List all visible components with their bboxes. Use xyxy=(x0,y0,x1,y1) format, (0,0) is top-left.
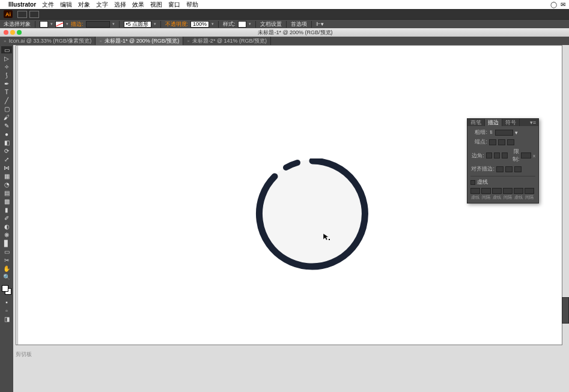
gradient-tool[interactable]: ▮ xyxy=(1,206,12,213)
weight-label: 粗细: xyxy=(470,128,487,136)
weight-dropdown-icon[interactable]: ▾ xyxy=(515,130,518,136)
menu-type[interactable]: 文字 xyxy=(96,1,108,9)
line-tool[interactable]: ╱ xyxy=(1,97,12,104)
dash-checkbox[interactable] xyxy=(470,180,475,185)
selection-status: 未选择对象 xyxy=(4,20,31,28)
menu-app[interactable]: Illustrator xyxy=(8,1,36,8)
free-transform-tool[interactable]: ▦ xyxy=(1,172,12,179)
perspective-tool[interactable]: ▤ xyxy=(1,189,12,196)
limit-input[interactable] xyxy=(521,152,531,158)
align-inside-button[interactable] xyxy=(505,166,513,172)
collapsed-panel-dock[interactable] xyxy=(562,297,569,324)
bridge-button[interactable] xyxy=(17,11,27,18)
panel-menu-icon[interactable]: ▾≡ xyxy=(528,119,538,126)
panel-tab-stroke[interactable]: 描边 xyxy=(485,119,502,126)
dash-1-input[interactable] xyxy=(470,188,480,194)
eraser-tool[interactable]: ◧ xyxy=(1,139,12,146)
panel-tab-brush[interactable]: 画笔 xyxy=(467,119,485,126)
change-screen-icon[interactable]: ◨ xyxy=(1,315,12,322)
brush-field[interactable]: • 5 点圆形 xyxy=(124,21,151,28)
cap-butt-button[interactable] xyxy=(489,139,496,145)
cap-square-button[interactable] xyxy=(507,139,514,145)
app-bar: Ai xyxy=(0,9,569,19)
tab-icon-ai[interactable]: ×Icon.ai @ 33.33% (RGB/像素预览) xyxy=(0,37,96,45)
blend-tool[interactable]: ◐ xyxy=(1,223,12,230)
style-swatch[interactable] xyxy=(238,21,246,28)
tab-close-icon[interactable]: × xyxy=(4,38,7,44)
hand-tool[interactable]: ✋ xyxy=(1,265,12,272)
blob-brush-tool[interactable]: ● xyxy=(1,130,12,137)
scale-tool[interactable]: ⤢ xyxy=(1,155,12,163)
align-outside-button[interactable] xyxy=(514,166,522,172)
lasso-tool[interactable]: ⟆ xyxy=(1,71,12,79)
dash-2-input[interactable] xyxy=(492,188,502,194)
workspace: ▭ ▷ ✧ ⟆ ✒ T ╱ ▢ 🖌 ✎ ● ◧ ⟳ ⤢ ⋈ ▦ ◔ ▤ ▩ ▮ … xyxy=(0,45,569,392)
symbol-sprayer-tool[interactable]: ❋ xyxy=(1,231,12,238)
canvas-area[interactable]: 剪切板 画笔 描边 符号 ▾≡ 粗细: ⥮ ▾ xyxy=(13,45,569,392)
mesh-tool[interactable]: ▩ xyxy=(1,198,12,205)
eyedropper-tool[interactable]: ✐ xyxy=(1,214,12,222)
magic-wand-tool[interactable]: ✧ xyxy=(1,63,12,70)
stroke-label[interactable]: 描边: xyxy=(71,20,84,28)
shape-builder-tool[interactable]: ◔ xyxy=(1,181,12,188)
corner-round-button[interactable] xyxy=(494,152,500,158)
pencil-tool[interactable]: ✎ xyxy=(1,122,12,129)
direct-selection-tool[interactable]: ▷ xyxy=(1,55,12,62)
menu-view[interactable]: 视图 xyxy=(150,1,162,9)
shield-menu-icon[interactable]: ◯ xyxy=(550,1,557,8)
align-button[interactable]: ⊩▾ xyxy=(316,21,324,27)
zoom-tool[interactable]: 🔍 xyxy=(1,273,12,280)
pen-tool[interactable]: ✒ xyxy=(1,80,12,87)
dash-3-input[interactable] xyxy=(514,188,523,194)
selection-tool[interactable]: ▭ xyxy=(1,46,12,53)
type-tool[interactable]: T xyxy=(1,88,12,95)
opacity-field[interactable]: 100% xyxy=(190,21,209,28)
align-center-button[interactable] xyxy=(496,166,504,172)
tab-close-icon[interactable]: × xyxy=(187,38,190,44)
opacity-label[interactable]: 不透明度: xyxy=(165,20,189,28)
style-label[interactable]: 样式: xyxy=(223,20,236,28)
weight-input[interactable] xyxy=(495,130,513,136)
close-icon[interactable] xyxy=(4,30,8,35)
artwork-circle[interactable] xyxy=(254,158,374,279)
doc-setup-button[interactable]: 文档设置 xyxy=(260,20,282,28)
rectangle-tool[interactable]: ▢ xyxy=(1,105,12,112)
menu-object[interactable]: 对象 xyxy=(78,1,90,9)
menu-window[interactable]: 窗口 xyxy=(168,1,180,9)
tab-close-icon[interactable]: × xyxy=(99,38,102,44)
minimize-icon[interactable] xyxy=(10,30,15,35)
graph-tool[interactable]: ▊ xyxy=(1,240,12,247)
tab-untitled-2[interactable]: ×未标题-2* @ 141% (RGB/预览) xyxy=(183,37,271,45)
rotate-tool[interactable]: ⟳ xyxy=(1,147,12,154)
corner-bevel-button[interactable] xyxy=(502,152,508,158)
panel-tab-symbol[interactable]: 符号 xyxy=(502,119,520,126)
slice-tool[interactable]: ✂ xyxy=(1,256,12,264)
prefs-button[interactable]: 首选项 xyxy=(291,20,307,28)
menu-help[interactable]: 帮助 xyxy=(186,1,198,9)
menu-effect[interactable]: 效果 xyxy=(132,1,144,9)
fill-swatch[interactable] xyxy=(40,21,48,28)
artboard-tool[interactable]: ▭ xyxy=(1,248,12,255)
zoom-icon[interactable] xyxy=(17,30,22,35)
gap-3-input[interactable] xyxy=(525,188,534,194)
stroke-swatch[interactable] xyxy=(55,21,64,28)
weight-stepper-icon[interactable]: ⥮ xyxy=(489,130,493,135)
corner-miter-button[interactable] xyxy=(486,152,492,158)
gap-2-input[interactable] xyxy=(503,188,513,194)
screen-mode-icon[interactable]: ▫ xyxy=(1,307,12,314)
wechat-menu-icon[interactable]: ✉ xyxy=(561,1,565,8)
arrange-button[interactable] xyxy=(29,11,39,18)
paintbrush-tool[interactable]: 🖌 xyxy=(1,113,12,121)
dash-col-label: 虚线 xyxy=(492,194,502,201)
fill-stroke-swatch[interactable] xyxy=(2,285,11,295)
color-mode-icon[interactable]: ▪ xyxy=(1,298,12,306)
menu-edit[interactable]: 编辑 xyxy=(60,1,72,9)
menu-select[interactable]: 选择 xyxy=(114,1,126,9)
control-bar: 未选择对象 ▾ ▾ 描边: ▾ • 5 点圆形▾ 不透明度: 100%▾ 样式:… xyxy=(0,19,569,28)
cap-round-button[interactable] xyxy=(498,139,505,145)
gap-1-input[interactable] xyxy=(481,188,491,194)
stroke-weight-field[interactable] xyxy=(86,21,110,28)
menu-file[interactable]: 文件 xyxy=(42,1,54,9)
width-tool[interactable]: ⋈ xyxy=(1,164,12,171)
tab-untitled-1[interactable]: ×未标题-1* @ 200% (RGB/预览) xyxy=(96,37,183,45)
